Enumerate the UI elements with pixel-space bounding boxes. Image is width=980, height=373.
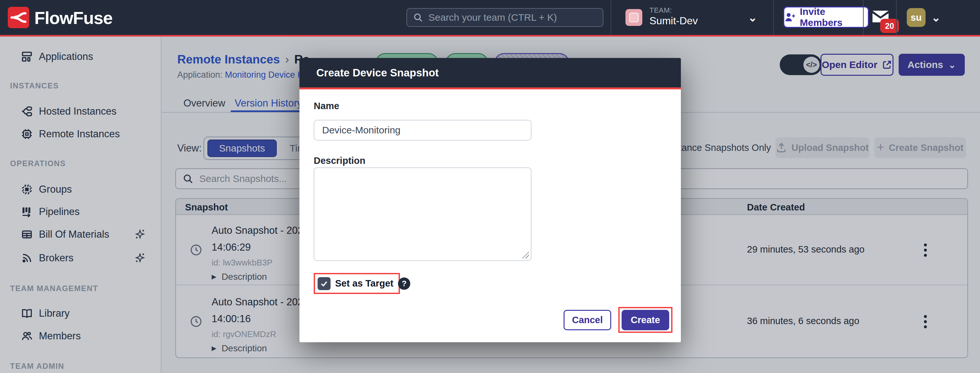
resize-handle[interactable] — [521, 251, 529, 259]
description-field[interactable] — [314, 167, 531, 261]
set-as-target-highlight: Set as Target ? — [314, 273, 400, 294]
nav-divider — [863, 0, 864, 35]
set-as-target-label: Set as Target — [335, 278, 393, 289]
user-avatar[interactable]: su — [907, 8, 926, 27]
create-button[interactable]: Create — [622, 310, 669, 330]
team-chevron-down-icon[interactable]: ⌄ — [748, 11, 757, 24]
flowfuse-logo-icon[interactable] — [8, 7, 29, 28]
nav-divider — [773, 0, 774, 35]
invite-members-label: Invite Members — [800, 6, 868, 28]
description-label: Description — [314, 156, 366, 166]
team-search-input[interactable] — [428, 12, 597, 23]
modal-title: Create Device Snapshot — [316, 67, 439, 79]
name-field[interactable] — [314, 120, 531, 141]
nav-divider — [896, 0, 897, 35]
search-icon — [413, 12, 423, 23]
team-name[interactable]: Sumit-Dev — [649, 15, 698, 27]
name-label: Name — [314, 101, 339, 111]
user-plus-icon — [784, 11, 796, 23]
modal-accent-bar — [299, 87, 681, 89]
nav-divider — [611, 0, 611, 35]
user-menu-chevron-down-icon[interactable]: ⌄ — [931, 11, 941, 24]
app-screen: FlowFuse TEAM: Sumit-Dev ⌄ Invite Member… — [0, 0, 980, 373]
team-avatar[interactable] — [625, 9, 642, 26]
brand-title: FlowFuse — [34, 8, 113, 28]
team-label: TEAM: — [649, 6, 672, 14]
cancel-button[interactable]: Cancel — [563, 310, 611, 330]
top-navbar: FlowFuse TEAM: Sumit-Dev ⌄ Invite Member… — [0, 0, 980, 35]
set-as-target-checkbox[interactable] — [318, 277, 331, 290]
help-icon[interactable]: ? — [398, 278, 410, 290]
invite-members-button[interactable]: Invite Members — [783, 6, 869, 28]
modal-header: Create Device Snapshot — [299, 58, 681, 87]
notifications-button[interactable]: 20 — [872, 10, 898, 32]
team-search[interactable] — [406, 8, 603, 27]
navbar-accent-line — [0, 35, 980, 37]
create-button-highlight: Create — [618, 307, 673, 333]
create-device-snapshot-modal: Create Device Snapshot Name Description … — [299, 58, 681, 342]
